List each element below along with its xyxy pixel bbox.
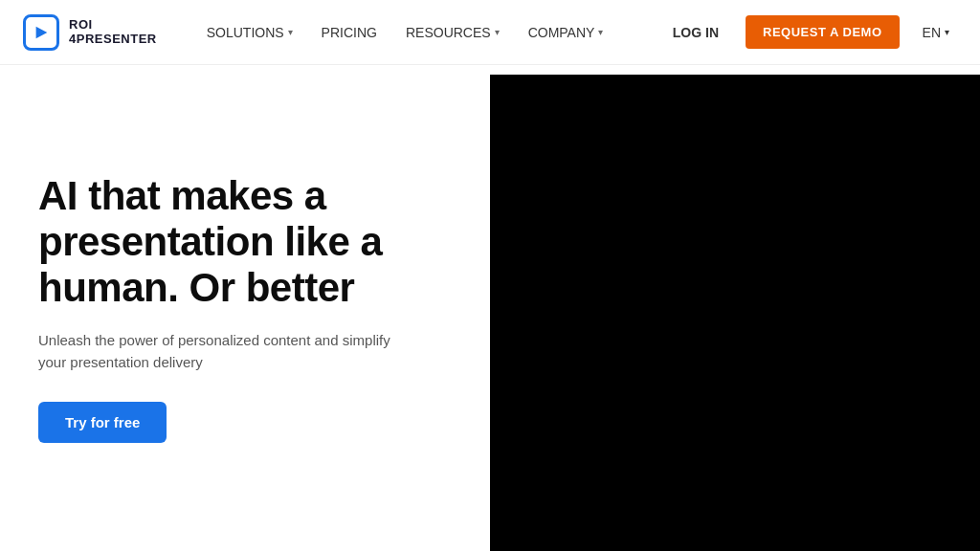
demo-button[interactable]: REQUEST A DEMO xyxy=(746,15,900,49)
hero-section: AI that makes a presentation like a huma… xyxy=(0,65,980,551)
chevron-down-icon-resources: ▾ xyxy=(495,27,500,37)
hero-subtitle: Unleash the power of personalized conten… xyxy=(38,330,402,373)
lang-label: EN xyxy=(923,25,941,40)
nav-resources-label: RESOURCES xyxy=(406,25,491,40)
nav-links: SOLUTIONS ▾ PRICING RESOURCES ▾ COMPANY … xyxy=(195,17,661,48)
nav-solutions[interactable]: SOLUTIONS ▾ xyxy=(195,17,304,48)
navbar: ROI 4PRESENTER SOLUTIONS ▾ PRICING RESOU… xyxy=(0,0,980,65)
hero-left: AI that makes a presentation like a huma… xyxy=(0,65,490,551)
hero-video-area xyxy=(490,75,980,551)
nav-pricing[interactable]: PRICING xyxy=(310,17,389,48)
logo-text: ROI 4PRESENTER xyxy=(69,18,157,46)
nav-pricing-label: PRICING xyxy=(322,25,377,40)
logo-line2: 4PRESENTER xyxy=(69,33,157,46)
nav-solutions-label: SOLUTIONS xyxy=(207,25,284,40)
hero-right-wrapper xyxy=(490,65,980,551)
logo-icon xyxy=(23,14,59,51)
svg-marker-0 xyxy=(36,26,48,38)
lang-selector[interactable]: EN ▾ xyxy=(915,17,957,48)
logo-line1: ROI xyxy=(69,18,157,32)
hero-title: AI that makes a presentation like a huma… xyxy=(38,173,452,312)
try-for-free-button[interactable]: Try for free xyxy=(38,402,167,443)
nav-resources[interactable]: RESOURCES ▾ xyxy=(394,17,511,48)
chevron-down-icon: ▾ xyxy=(288,27,293,37)
nav-company-label: COMPANY xyxy=(528,25,595,40)
logo[interactable]: ROI 4PRESENTER xyxy=(23,14,157,51)
hero-right-top-space xyxy=(490,65,980,75)
login-button[interactable]: LOG IN xyxy=(661,17,730,48)
chevron-down-icon-lang: ▾ xyxy=(945,27,949,37)
nav-company[interactable]: COMPANY ▾ xyxy=(517,17,615,48)
nav-right: LOG IN REQUEST A DEMO EN ▾ xyxy=(661,15,957,49)
login-label: LOG IN xyxy=(673,25,719,40)
chevron-down-icon-company: ▾ xyxy=(598,27,603,37)
